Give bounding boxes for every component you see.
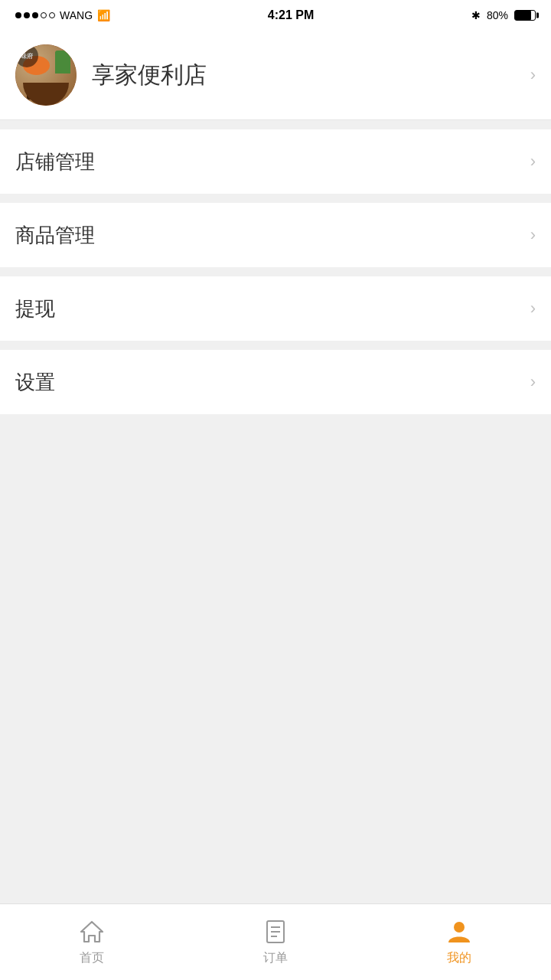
food-bowl-decor xyxy=(23,83,69,106)
tab-orders-label: 订单 xyxy=(263,950,288,966)
signal-dot-5 xyxy=(49,12,55,18)
store-header-chevron: › xyxy=(530,65,536,85)
orders-icon xyxy=(262,918,289,946)
menu-chevron-product-mgmt: › xyxy=(530,225,536,245)
battery-icon xyxy=(514,10,536,21)
menu-item-product-mgmt[interactable]: 商品管理 › xyxy=(0,203,551,267)
menu-section-3: 提现 › xyxy=(0,276,551,341)
status-time: 4:21 PM xyxy=(268,8,314,22)
section-divider-1 xyxy=(0,120,551,129)
signal-dots xyxy=(15,12,55,18)
menu-section: 店铺管理 › xyxy=(0,129,551,194)
menu-item-label-store-mgmt: 店铺管理 xyxy=(15,149,95,175)
store-avatar: 味府 xyxy=(15,44,77,106)
tab-bar: 首页 订单 我的 xyxy=(0,903,551,980)
menu-item-withdraw[interactable]: 提现 › xyxy=(0,276,551,341)
tab-home-label: 首页 xyxy=(80,950,104,966)
mine-icon xyxy=(445,918,473,946)
section-divider-4 xyxy=(0,341,551,350)
tab-orders[interactable]: 订单 xyxy=(184,918,367,966)
menu-item-label-product-mgmt: 商品管理 xyxy=(15,222,95,249)
section-divider-2 xyxy=(0,194,551,203)
content-spacer xyxy=(0,414,551,903)
tab-mine-label: 我的 xyxy=(447,950,471,966)
bluetooth-icon: ✱ xyxy=(471,9,481,21)
menu-chevron-withdraw: › xyxy=(530,299,536,318)
carrier-label: WANG xyxy=(60,9,93,21)
home-icon xyxy=(78,918,106,946)
food-green-decor xyxy=(55,51,70,74)
svg-point-5 xyxy=(454,922,465,933)
tab-mine[interactable]: 我的 xyxy=(367,918,551,966)
signal-dot-2 xyxy=(24,12,30,18)
signal-dot-3 xyxy=(32,12,38,18)
signal-dot-1 xyxy=(15,12,21,18)
menu-chevron-store-mgmt: › xyxy=(530,152,536,172)
status-left: WANG 📶 xyxy=(15,9,110,21)
menu-item-label-withdraw: 提现 xyxy=(15,296,55,322)
store-header[interactable]: 味府 享家便利店 › xyxy=(0,31,551,120)
svg-marker-0 xyxy=(81,922,103,942)
wifi-icon: 📶 xyxy=(97,9,110,21)
store-avatar-image: 味府 xyxy=(15,44,77,106)
battery-percent: 80% xyxy=(487,9,508,21)
avatar-badge: 味府 xyxy=(15,44,38,67)
menu-section-2: 商品管理 › xyxy=(0,203,551,267)
main-content: 味府 享家便利店 › 店铺管理 › 商品管理 › 提现 › 设置 › xyxy=(0,31,551,903)
status-right: ✱ 80% xyxy=(471,9,536,21)
status-bar: WANG 📶 4:21 PM ✱ 80% xyxy=(0,0,551,31)
store-name-label: 享家便利店 xyxy=(92,60,530,91)
signal-dot-4 xyxy=(41,12,47,18)
section-divider-3 xyxy=(0,267,551,276)
menu-item-settings[interactable]: 设置 › xyxy=(0,350,551,414)
menu-chevron-settings: › xyxy=(530,372,536,392)
menu-item-label-settings: 设置 xyxy=(15,369,55,396)
battery-fill xyxy=(515,11,531,20)
menu-item-store-mgmt[interactable]: 店铺管理 › xyxy=(0,129,551,194)
tab-home[interactable]: 首页 xyxy=(0,918,184,966)
menu-section-4: 设置 › xyxy=(0,350,551,414)
